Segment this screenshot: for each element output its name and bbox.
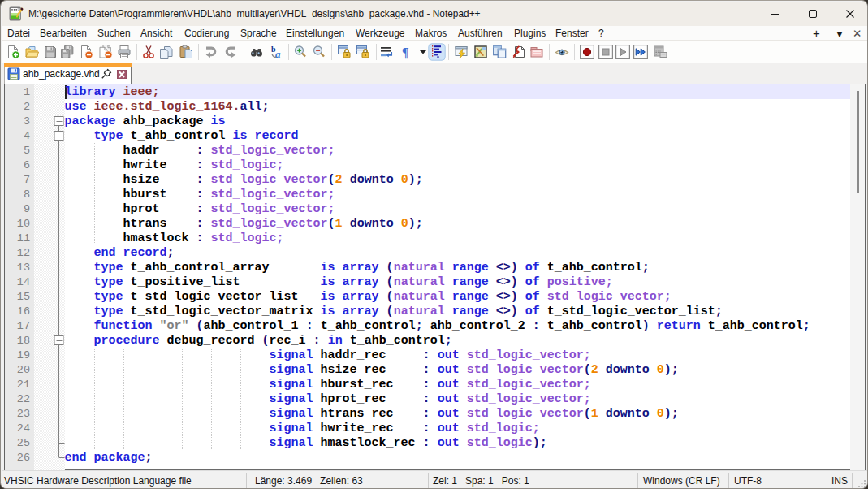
svg-text:¶: ¶ (402, 45, 409, 59)
